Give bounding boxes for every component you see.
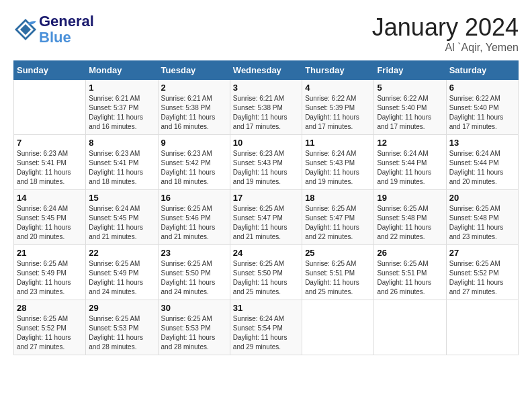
day-info: Sunrise: 6:22 AMSunset: 5:40 PMDaylight:…: [449, 94, 515, 132]
calendar-cell: 13Sunrise: 6:24 AMSunset: 5:44 PMDayligh…: [446, 135, 518, 190]
day-number: 17: [233, 193, 299, 203]
day-info: Sunrise: 6:21 AMSunset: 5:37 PMDaylight:…: [89, 94, 154, 132]
calendar-cell: 17Sunrise: 6:25 AMSunset: 5:47 PMDayligh…: [230, 190, 302, 245]
calendar-cell: 11Sunrise: 6:24 AMSunset: 5:43 PMDayligh…: [302, 135, 374, 190]
day-number: 18: [305, 193, 371, 203]
day-info: Sunrise: 6:25 AMSunset: 5:48 PMDaylight:…: [377, 204, 443, 242]
day-info: Sunrise: 6:25 AMSunset: 5:53 PMDaylight:…: [161, 314, 227, 352]
location: Al `Aqir, Yemen: [372, 42, 519, 54]
weekday-header: Wednesday: [230, 61, 302, 80]
day-number: 30: [161, 303, 227, 313]
calendar-cell: 1Sunrise: 6:21 AMSunset: 5:37 PMDaylight…: [86, 80, 158, 135]
calendar-cell: 9Sunrise: 6:23 AMSunset: 5:42 PMDaylight…: [158, 135, 230, 190]
day-info: Sunrise: 6:25 AMSunset: 5:51 PMDaylight:…: [305, 259, 371, 297]
day-number: 7: [17, 138, 83, 148]
page-header: GeneralBlue January 2024 Al `Aqir, Yemen: [13, 13, 519, 54]
calendar-cell: 10Sunrise: 6:23 AMSunset: 5:43 PMDayligh…: [230, 135, 302, 190]
day-number: 5: [377, 83, 443, 93]
day-number: 8: [89, 138, 154, 148]
day-info: Sunrise: 6:24 AMSunset: 5:54 PMDaylight:…: [233, 314, 299, 352]
calendar-week-row: 28Sunrise: 6:25 AMSunset: 5:52 PMDayligh…: [14, 300, 519, 355]
day-info: Sunrise: 6:25 AMSunset: 5:49 PMDaylight:…: [17, 259, 83, 297]
calendar-week-row: 7Sunrise: 6:23 AMSunset: 5:41 PMDaylight…: [14, 135, 519, 190]
calendar-cell: 18Sunrise: 6:25 AMSunset: 5:47 PMDayligh…: [302, 190, 374, 245]
calendar-cell: 8Sunrise: 6:23 AMSunset: 5:41 PMDaylight…: [86, 135, 158, 190]
calendar-cell: 19Sunrise: 6:25 AMSunset: 5:48 PMDayligh…: [374, 190, 446, 245]
calendar-cell: 16Sunrise: 6:25 AMSunset: 5:46 PMDayligh…: [158, 190, 230, 245]
day-number: 12: [377, 138, 443, 148]
day-number: 11: [305, 138, 371, 148]
day-info: Sunrise: 6:22 AMSunset: 5:39 PMDaylight:…: [305, 94, 371, 132]
day-info: Sunrise: 6:25 AMSunset: 5:51 PMDaylight:…: [377, 259, 443, 297]
day-number: 15: [89, 193, 154, 203]
calendar-cell: 7Sunrise: 6:23 AMSunset: 5:41 PMDaylight…: [14, 135, 86, 190]
day-info: Sunrise: 6:23 AMSunset: 5:42 PMDaylight:…: [161, 149, 227, 187]
calendar-cell: 23Sunrise: 6:25 AMSunset: 5:50 PMDayligh…: [158, 245, 230, 300]
calendar-cell: 15Sunrise: 6:24 AMSunset: 5:45 PMDayligh…: [86, 190, 158, 245]
calendar-cell: 28Sunrise: 6:25 AMSunset: 5:52 PMDayligh…: [14, 300, 86, 355]
weekday-header: Tuesday: [158, 61, 230, 80]
calendar-cell: 4Sunrise: 6:22 AMSunset: 5:39 PMDaylight…: [302, 80, 374, 135]
calendar-cell: 2Sunrise: 6:21 AMSunset: 5:38 PMDaylight…: [158, 80, 230, 135]
day-info: Sunrise: 6:24 AMSunset: 5:43 PMDaylight:…: [305, 149, 371, 187]
logo-text: GeneralBlue: [39, 13, 94, 46]
day-info: Sunrise: 6:23 AMSunset: 5:43 PMDaylight:…: [233, 149, 299, 187]
day-info: Sunrise: 6:25 AMSunset: 5:50 PMDaylight:…: [233, 259, 299, 297]
day-number: 29: [89, 303, 154, 313]
logo: GeneralBlue: [13, 13, 94, 46]
day-number: 13: [449, 138, 515, 148]
day-info: Sunrise: 6:25 AMSunset: 5:53 PMDaylight:…: [89, 314, 154, 352]
day-info: Sunrise: 6:25 AMSunset: 5:52 PMDaylight:…: [17, 314, 83, 352]
calendar-week-row: 1Sunrise: 6:21 AMSunset: 5:37 PMDaylight…: [14, 80, 519, 135]
day-number: 21: [17, 248, 83, 258]
calendar-cell: 30Sunrise: 6:25 AMSunset: 5:53 PMDayligh…: [158, 300, 230, 355]
day-number: 25: [305, 248, 371, 258]
day-info: Sunrise: 6:22 AMSunset: 5:40 PMDaylight:…: [377, 94, 443, 132]
calendar-cell: 31Sunrise: 6:24 AMSunset: 5:54 PMDayligh…: [230, 300, 302, 355]
day-info: Sunrise: 6:25 AMSunset: 5:48 PMDaylight:…: [449, 204, 515, 242]
calendar-cell: 3Sunrise: 6:21 AMSunset: 5:38 PMDaylight…: [230, 80, 302, 135]
weekday-header: Thursday: [302, 61, 374, 80]
calendar-table: SundayMondayTuesdayWednesdayThursdayFrid…: [13, 60, 519, 355]
weekday-header: Saturday: [446, 61, 518, 80]
calendar-cell: [374, 300, 446, 355]
calendar-cell: [446, 300, 518, 355]
calendar-cell: 20Sunrise: 6:25 AMSunset: 5:48 PMDayligh…: [446, 190, 518, 245]
calendar-cell: 21Sunrise: 6:25 AMSunset: 5:49 PMDayligh…: [14, 245, 86, 300]
month-year: January 2024: [372, 13, 519, 42]
calendar-cell: 6Sunrise: 6:22 AMSunset: 5:40 PMDaylight…: [446, 80, 518, 135]
day-number: 28: [17, 303, 83, 313]
weekday-header: Sunday: [14, 61, 86, 80]
day-info: Sunrise: 6:25 AMSunset: 5:50 PMDaylight:…: [161, 259, 227, 297]
calendar-week-row: 21Sunrise: 6:25 AMSunset: 5:49 PMDayligh…: [14, 245, 519, 300]
calendar-cell: [14, 80, 86, 135]
day-info: Sunrise: 6:24 AMSunset: 5:44 PMDaylight:…: [377, 149, 443, 187]
day-info: Sunrise: 6:24 AMSunset: 5:44 PMDaylight:…: [449, 149, 515, 187]
day-number: 2: [161, 83, 227, 93]
day-info: Sunrise: 6:21 AMSunset: 5:38 PMDaylight:…: [233, 94, 299, 132]
day-number: 3: [233, 83, 299, 93]
day-info: Sunrise: 6:24 AMSunset: 5:45 PMDaylight:…: [17, 204, 83, 242]
calendar-cell: 26Sunrise: 6:25 AMSunset: 5:51 PMDayligh…: [374, 245, 446, 300]
calendar-cell: 12Sunrise: 6:24 AMSunset: 5:44 PMDayligh…: [374, 135, 446, 190]
day-number: 27: [449, 248, 515, 258]
day-info: Sunrise: 6:25 AMSunset: 5:47 PMDaylight:…: [233, 204, 299, 242]
day-info: Sunrise: 6:25 AMSunset: 5:47 PMDaylight:…: [305, 204, 371, 242]
calendar-cell: 14Sunrise: 6:24 AMSunset: 5:45 PMDayligh…: [14, 190, 86, 245]
calendar-cell: [302, 300, 374, 355]
day-info: Sunrise: 6:25 AMSunset: 5:46 PMDaylight:…: [161, 204, 227, 242]
day-number: 24: [233, 248, 299, 258]
day-number: 6: [449, 83, 515, 93]
day-number: 1: [89, 83, 154, 93]
day-info: Sunrise: 6:23 AMSunset: 5:41 PMDaylight:…: [89, 149, 154, 187]
day-number: 4: [305, 83, 371, 93]
day-info: Sunrise: 6:25 AMSunset: 5:52 PMDaylight:…: [449, 259, 515, 297]
day-number: 19: [377, 193, 443, 203]
day-info: Sunrise: 6:24 AMSunset: 5:45 PMDaylight:…: [89, 204, 154, 242]
day-number: 31: [233, 303, 299, 313]
weekday-header: Monday: [86, 61, 158, 80]
day-number: 20: [449, 193, 515, 203]
title-block: January 2024 Al `Aqir, Yemen: [372, 13, 519, 54]
day-number: 22: [89, 248, 154, 258]
weekday-header: Friday: [374, 61, 446, 80]
